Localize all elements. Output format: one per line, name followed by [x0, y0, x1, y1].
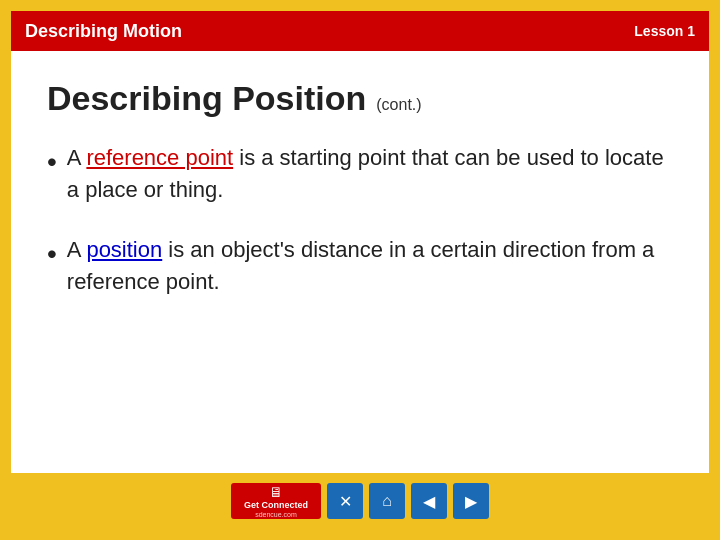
slide-container: Describing Motion Lesson 1 Describing Po…	[0, 0, 720, 540]
bullet-dot-1: •	[47, 142, 57, 183]
close-icon: ✕	[339, 492, 352, 511]
bullet-text-1: A reference point is a starting point th…	[67, 142, 673, 206]
home-icon: ⌂	[382, 492, 392, 510]
prev-icon: ◀	[423, 492, 435, 511]
bullet-dot-2: •	[47, 234, 57, 275]
home-button[interactable]: ⌂	[369, 483, 405, 519]
get-connected-sub: sdencue.com	[255, 511, 297, 518]
position-link: position	[86, 237, 162, 262]
slide-title-text: Describing Position	[47, 79, 366, 118]
bullet-item-2: • A position is an object's distance in …	[47, 234, 673, 298]
slide-title-cont: (cont.)	[376, 96, 421, 114]
reference-point-link: reference point	[86, 145, 233, 170]
bullet-item-1: • A reference point is a starting point …	[47, 142, 673, 206]
top-bar-title: Describing Motion	[25, 21, 182, 42]
top-bar-lesson: Lesson 1	[634, 23, 695, 39]
content-area: Describing Position (cont.) • A referenc…	[11, 51, 709, 473]
prev-button[interactable]: ◀	[411, 483, 447, 519]
close-button[interactable]: ✕	[327, 483, 363, 519]
slide-inner: Describing Motion Lesson 1 Describing Po…	[8, 8, 712, 532]
next-button[interactable]: ▶	[453, 483, 489, 519]
get-connected-label: Get Connected	[244, 501, 308, 511]
top-bar: Describing Motion Lesson 1	[11, 11, 709, 51]
bullet-text-2: A position is an object's distance in a …	[67, 234, 673, 298]
bullet-list: • A reference point is a starting point …	[47, 142, 673, 298]
slide-title: Describing Position (cont.)	[47, 79, 673, 118]
get-connected-button[interactable]: 🖥 Get Connected sdencue.com	[231, 483, 321, 519]
connected-icon: 🖥	[269, 484, 283, 500]
bottom-bar: 🖥 Get Connected sdencue.com ✕ ⌂ ◀ ▶	[11, 473, 709, 529]
next-icon: ▶	[465, 492, 477, 511]
